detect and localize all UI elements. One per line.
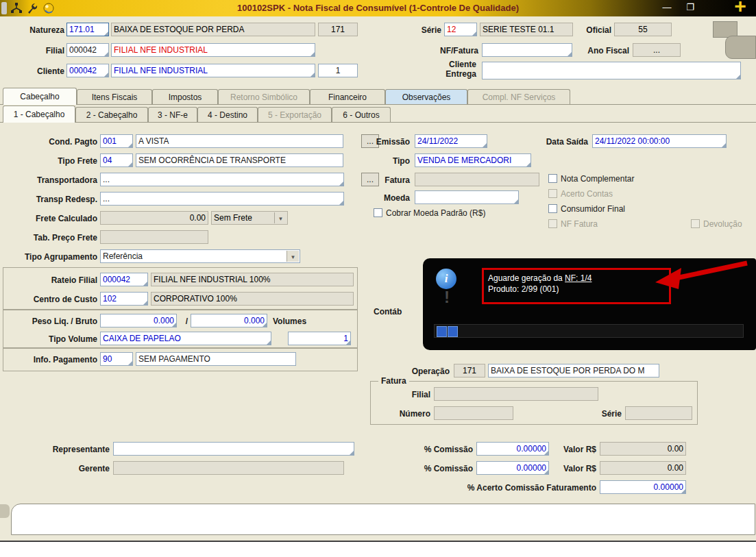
ano-fiscal-field[interactable]: ... xyxy=(633,43,681,57)
moeda-field[interactable] xyxy=(415,190,519,204)
gerente-field xyxy=(113,461,344,475)
filial-desc-field[interactable]: FILIAL NFE INDUSTRIAL xyxy=(111,43,315,57)
close-button[interactable]: + xyxy=(727,0,754,18)
tipo-field[interactable]: VENDA DE MERCADORI xyxy=(415,153,531,167)
tipo-agrupamento-dropdown[interactable]: Referência xyxy=(100,249,300,263)
natureza-num-field: 171 xyxy=(318,23,358,36)
progress-bar xyxy=(434,324,744,338)
cliente-code-field[interactable]: 000042 xyxy=(66,64,109,77)
nf-fatura-field[interactable] xyxy=(482,43,572,57)
comissao1-field[interactable]: 0.00000 xyxy=(476,442,549,456)
cobrar-moeda-checkbox[interactable] xyxy=(374,208,382,217)
fatura-serie-label: Série xyxy=(584,408,622,419)
tab-observacoes[interactable]: Observações xyxy=(385,89,467,104)
natureza-label: Natureza xyxy=(5,25,64,36)
tipo-volume-field[interactable]: CAIXA DE PAPELAO xyxy=(100,332,271,345)
fatura-label: Fatura xyxy=(370,175,410,186)
rateio-filial-code-field[interactable]: 000042 xyxy=(100,273,148,286)
emissao-field[interactable]: 24/11/2022 xyxy=(415,134,487,148)
chevron-down-icon[interactable] xyxy=(286,251,299,262)
chevron-down-icon xyxy=(274,212,286,223)
operacao-desc-field[interactable]: BAIXA DE ESTOQUE POR PERDA DO M xyxy=(488,364,659,377)
header-corner-button[interactable] xyxy=(725,36,756,59)
subtab-4-destino[interactable]: 4 - Destino xyxy=(197,107,258,122)
peso-separator: / xyxy=(180,316,188,327)
centro-custo-label: Centro de Custo xyxy=(7,294,97,305)
valor1-field: 0.00 xyxy=(600,442,686,456)
tipo-frete-code-field[interactable]: 04 xyxy=(100,153,133,167)
valor1-label: Valor R$ xyxy=(554,444,596,455)
tipo-frete-desc-field[interactable]: SEM OCORRÊNCIA DE TRANSPORTE xyxy=(136,153,343,167)
annotation-red-box xyxy=(482,268,671,304)
devolucao-checkbox xyxy=(691,219,700,228)
cliente-desc-field[interactable]: FILIAL NFE INDUSTRIAL xyxy=(111,64,315,77)
operacao-label: Operação xyxy=(403,366,450,377)
tab-preco-frete-field xyxy=(100,230,208,244)
ano-fiscal-label: Ano Fiscal xyxy=(576,45,629,56)
title-bar: 100102SPK - Nota Fiscal de Consumível (1… xyxy=(0,0,756,16)
nota-complementar-label: Nota Complementar xyxy=(561,174,634,184)
nf-fatura-checkbox xyxy=(548,219,557,228)
peso-bruto-field[interactable]: 0.000 xyxy=(191,314,267,327)
cond-pagto-code-field[interactable]: 001 xyxy=(100,134,133,148)
fatura-numero-label: Número xyxy=(380,408,430,419)
exclamation-icon: ! xyxy=(444,288,450,307)
acerto-comissao-field[interactable]: 0.00000 xyxy=(600,480,686,494)
subtab-6-outros[interactable]: 6 - Outros xyxy=(332,107,391,122)
representante-field[interactable] xyxy=(113,442,354,456)
window-title: 100102SPK - Nota Fiscal de Consumível (1… xyxy=(0,3,756,13)
natureza-code-field[interactable]: 171.01 xyxy=(66,23,109,36)
info-pagamento-label: Info. Pagamento xyxy=(7,354,97,365)
cliente-loja-field[interactable]: 1 xyxy=(318,64,358,77)
tab-itens-fiscais[interactable]: Itens Fiscais xyxy=(77,89,152,104)
emissao-label: Emissão xyxy=(370,136,410,147)
serie-code-field[interactable]: 12 xyxy=(444,23,477,36)
tipo-volume-label: Tipo Volume xyxy=(7,334,97,345)
subtab-2-cabecalho[interactable]: 2 - Cabeçalho xyxy=(75,107,148,122)
info-pagamento-desc-field[interactable]: SEM PAGAMENTO xyxy=(136,352,296,366)
consumidor-final-checkbox[interactable] xyxy=(548,204,557,213)
tab-financeiro[interactable]: Financeiro xyxy=(310,89,385,104)
rateio-filial-label: Rateio Filial xyxy=(7,275,97,286)
filial-label: Filial xyxy=(5,45,64,56)
footer-panel xyxy=(11,504,755,535)
rateio-filial-desc-field: FILIAL NFE INDUSTRIAL 100% xyxy=(151,273,354,286)
cond-pagto-desc-field[interactable]: A VISTA xyxy=(136,134,343,148)
valor2-label: Valor R$ xyxy=(554,463,596,474)
progress-block xyxy=(437,326,447,337)
nf-fatura-check-label: NF Fatura xyxy=(561,219,598,229)
tab-impostos[interactable]: Impostos xyxy=(152,89,218,104)
info-pagamento-code-field[interactable]: 90 xyxy=(100,352,133,366)
transportadora-field[interactable]: ... xyxy=(100,173,344,186)
cond-pagto-label: Cond. Pagto xyxy=(7,136,97,147)
subtab-1-cabecalho[interactable]: 1 - Cabeçalho xyxy=(3,106,75,123)
comissao1-label: % Comissão xyxy=(410,444,473,455)
nf-fatura-label: NF/Fatura xyxy=(410,45,478,56)
app-window: 100102SPK - Nota Fiscal de Consumível (1… xyxy=(0,0,756,557)
tab-cabecalho[interactable]: Cabeçalho xyxy=(3,88,77,105)
fatura-numero-field xyxy=(434,406,513,420)
restore-button[interactable]: ❐ xyxy=(680,1,700,15)
filial-code-field[interactable]: 000042 xyxy=(66,43,109,57)
frete-calculado-field: 0.00 xyxy=(100,211,208,225)
centro-custo-code-field[interactable]: 102 xyxy=(100,292,148,306)
frete-calculado-label: Frete Calculado xyxy=(7,213,97,224)
subtab-3-nfe[interactable]: 3 - NF-e xyxy=(148,107,197,122)
minimize-button[interactable]: — xyxy=(657,1,677,15)
moeda-label: Moeda xyxy=(370,193,410,203)
fatura-serie-field xyxy=(625,406,692,420)
cliente-entrega-field[interactable] xyxy=(482,62,741,79)
tipo-label: Tipo xyxy=(370,156,410,166)
progress-block xyxy=(448,326,458,337)
transp-redesp-field[interactable]: ... xyxy=(100,192,344,206)
acerto-contas-label: Acerto Contas xyxy=(561,189,613,199)
nota-complementar-checkbox[interactable] xyxy=(548,174,557,183)
subtab-5-exportacao: 5 - Exportação xyxy=(258,107,332,122)
peso-liq-field[interactable]: 0.000 xyxy=(100,314,177,327)
data-saida-field[interactable]: 24/11/2022 00:00:00 xyxy=(592,134,727,148)
oficial-field: 55 xyxy=(614,23,672,36)
comissao2-field[interactable]: 0.00000 xyxy=(476,461,549,475)
volumes-field[interactable]: 1 xyxy=(288,332,351,345)
contab-label: Contáb xyxy=(374,306,411,317)
tab-compl-nf-servicos: Compl. NF Serviços xyxy=(467,89,570,104)
